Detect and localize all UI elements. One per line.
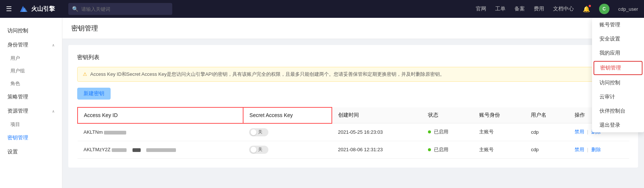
dropdown-item-partner[interactable]: 伙伴控制台 (592, 104, 644, 118)
dropdown-item-audit[interactable]: 云审计 (592, 90, 644, 104)
topnav-links: 官网 工单 备案 费用 文档中心 🔔 C cdp_user (476, 4, 638, 14)
logo-text: 火山引擎 (31, 5, 55, 13)
col-status: 状态 (422, 107, 473, 123)
keys-table: Access Key ID Secret Access Key 创建时间 状态 … (77, 107, 629, 159)
topnav-link-docs[interactable]: 文档中心 (553, 6, 574, 12)
masked-id-2a (112, 148, 127, 152)
search-icon: 🔍 (72, 6, 78, 12)
row2-status: 已启用 (422, 141, 473, 158)
toggle-secret-1[interactable]: 关 (249, 128, 268, 136)
col-access-key-id: Access Key ID (78, 107, 243, 123)
logo: 火山引擎 (18, 4, 55, 14)
notification-dot (589, 5, 591, 7)
sidebar-access-control: 访问控制 (0, 24, 62, 38)
row2-access-key-id: AKLTMzY2Z (78, 141, 243, 158)
row2-created-time: 2021-08-06 12:31:23 (332, 141, 422, 158)
topnav-link-icp[interactable]: 备案 (514, 6, 525, 12)
row2-account-identity: 主账号 (473, 141, 525, 158)
dropdown-item-logout[interactable]: 退出登录 (592, 118, 644, 132)
dropdown-item-access[interactable]: 访问控制 (592, 76, 644, 90)
row2-username: cdp (525, 141, 569, 158)
topnav-link-ticket[interactable]: 工单 (495, 6, 506, 12)
row1-created-time: 2021-05-25 16:23:03 (332, 123, 422, 141)
masked-id-2c (146, 148, 176, 152)
sidebar-sub-roles[interactable]: 角色 (0, 77, 62, 90)
row1-status: 已启用 (422, 123, 473, 141)
row2-secret-key: 关 (243, 141, 332, 158)
toggle-knob-2 (251, 147, 256, 153)
page-title: 密钥管理 (62, 18, 644, 39)
row2-actions: 禁用 | 删除 (569, 141, 629, 158)
search-input[interactable] (81, 6, 169, 12)
table-row: AKLTNm 关 2021-05-25 16:23:03 (78, 123, 629, 141)
row1-account-identity: 主账号 (473, 123, 525, 141)
notice-bar: ⚠ Access Key ID和Secret Access Key是您访问火山引… (77, 67, 629, 82)
dropdown-item-keys[interactable]: 密钥管理 (594, 61, 643, 75)
main-content: 密钥管理 密钥列表 ⚠ Access Key ID和Secret Access … (62, 18, 644, 188)
col-created-time: 创建时间 (332, 107, 422, 123)
menu-icon[interactable]: ☰ (6, 5, 12, 13)
content-card: 密钥列表 ⚠ Access Key ID和Secret Access Key是您… (68, 45, 638, 168)
row1-secret-key: 关 (243, 123, 332, 141)
notice-text: Access Key ID和Secret Access Key是您访问火山引擎A… (90, 71, 445, 78)
masked-id-2b (133, 148, 141, 152)
toggle-knob-1 (251, 129, 256, 135)
sidebar-sub-project[interactable]: 项目 (0, 118, 62, 131)
sidebar-sub-usergroups[interactable]: 用户组 (0, 65, 62, 77)
new-key-button[interactable]: 新建密钥 (77, 88, 111, 100)
sidebar-item-settings[interactable]: 设置 (0, 145, 62, 159)
status-dot-2 (428, 148, 431, 151)
chevron-up-icon2: ∧ (52, 109, 55, 113)
topnav-link-official[interactable]: 官网 (476, 6, 486, 12)
logo-icon (18, 4, 28, 14)
top-navigation: ☰ 火山引擎 🔍 官网 工单 备案 费用 文档中心 🔔 C cdp_user (0, 0, 644, 18)
topnav-link-billing[interactable]: 费用 (534, 6, 544, 12)
row2-disable-action[interactable]: 禁用 (575, 147, 584, 152)
user-avatar[interactable]: C (599, 4, 609, 14)
dropdown-item-account[interactable]: 账号管理 (592, 18, 644, 32)
row1-disable-action[interactable]: 禁用 (575, 129, 584, 134)
col-account-identity: 账号身份 (473, 107, 525, 123)
chevron-up-icon: ∧ (52, 43, 55, 47)
dropdown-item-myapp[interactable]: 我的应用 (592, 46, 644, 60)
sidebar-sub-users[interactable]: 用户 (0, 52, 62, 65)
user-dropdown-menu: 账号管理 安全设置 我的应用 密钥管理 访问控制 云审计 伙伴控制台 退出登录 (592, 18, 644, 132)
row2-delete-action[interactable]: 删除 (591, 147, 601, 152)
masked-id-1 (104, 131, 126, 134)
sidebar: 访问控制 身份管理 ∧ 用户 用户组 角色 策略管理 资源管理 ∧ 项目 密钥管… (0, 18, 62, 188)
section-title: 密钥列表 (77, 54, 629, 61)
username-label[interactable]: cdp_user (618, 6, 638, 12)
main-layout: 访问控制 身份管理 ∧ 用户 用户组 角色 策略管理 资源管理 ∧ 项目 密钥管… (0, 18, 644, 188)
col-username: 用户名 (525, 107, 569, 123)
table-row: AKLTMzY2Z 关 (78, 141, 629, 158)
sidebar-item-keys[interactable]: 密钥管理 (0, 131, 62, 145)
dropdown-item-security[interactable]: 安全设置 (592, 32, 644, 46)
col-secret-access-key: Secret Access Key (243, 107, 332, 123)
warning-icon: ⚠ (83, 71, 87, 77)
search-box[interactable]: 🔍 (68, 3, 172, 15)
notification-bell[interactable]: 🔔 (583, 6, 590, 13)
status-dot-1 (428, 130, 431, 133)
row1-access-key-id: AKLTNm (78, 123, 243, 141)
sidebar-item-identity[interactable]: 身份管理 ∧ (0, 38, 62, 52)
sidebar-item-resource[interactable]: 资源管理 ∧ (0, 104, 62, 118)
row1-username: cdp (525, 123, 569, 141)
toggle-secret-2[interactable]: 关 (249, 146, 268, 154)
sidebar-item-policy[interactable]: 策略管理 (0, 90, 62, 104)
